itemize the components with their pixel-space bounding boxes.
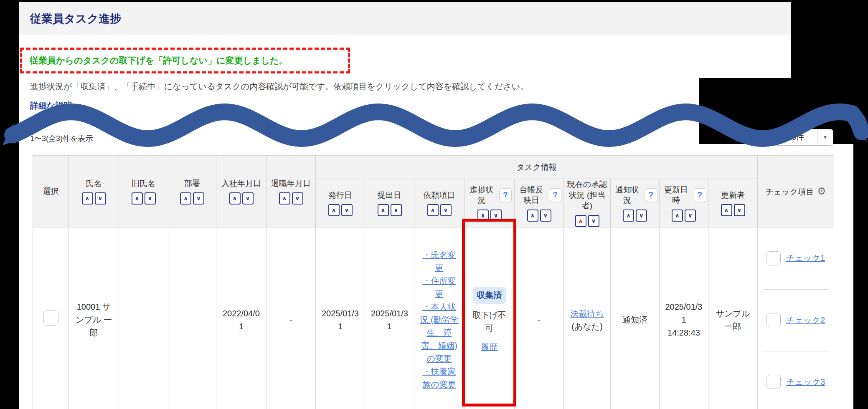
check-link[interactable]: チェック3 xyxy=(786,376,825,389)
sort-up-button[interactable]: ∧ xyxy=(180,192,191,204)
approval-status-link[interactable]: 決裁待ち xyxy=(570,309,604,318)
row-select-checkbox[interactable] xyxy=(43,311,58,326)
gear-icon[interactable]: ⚙ xyxy=(817,185,826,197)
chevron-down-icon: ∨ xyxy=(74,102,80,110)
check-checkbox[interactable] xyxy=(766,251,781,265)
sort-up-button[interactable]: ∧ xyxy=(328,204,340,216)
employee-task-table: 選択 氏名 ∧ ∨ 旧氏名 ∧ ∨ 部署 ∧ ∨ xyxy=(33,155,834,409)
check-link[interactable]: チェック2 xyxy=(786,314,825,327)
sort-down-button[interactable]: ∨ xyxy=(734,204,745,216)
column-header-retire-date: 退職年月日 ∧ ∨ xyxy=(266,156,316,227)
sort-down-button[interactable]: ∨ xyxy=(145,192,156,204)
check-item: チェック2 xyxy=(763,289,828,351)
sort-down-button[interactable]: ∨ xyxy=(685,210,696,222)
column-header-request-items: 依頼項目 ∧ ∨ xyxy=(414,179,464,227)
updated-time: 14:28:43 xyxy=(665,326,703,339)
per-page-label: 表示件数 xyxy=(734,134,766,144)
issue-date-cell: 2025/01/31 xyxy=(316,227,365,409)
check-checkbox[interactable] xyxy=(766,313,781,327)
hire-date-cell: 2022/04/01 xyxy=(216,227,266,409)
check-link[interactable]: チェック1 xyxy=(786,252,825,265)
employee-task-progress-page: { "colors": { "title_navy": "#1b2a7b", "… xyxy=(0,0,868,409)
sort-up-button[interactable]: ∧ xyxy=(477,210,489,222)
sort-up-button[interactable]: ∧ xyxy=(229,192,241,204)
history-link[interactable]: 履歴 xyxy=(481,341,498,353)
group-header-task-info: タスク情報 xyxy=(316,156,758,179)
request-item-link[interactable]: ・氏名変更 xyxy=(420,249,459,275)
ledger-date-cell: - xyxy=(515,227,564,409)
sort-down-button[interactable]: ∨ xyxy=(490,210,502,222)
sort-down-button[interactable]: ∨ xyxy=(540,210,551,222)
request-item-link[interactable]: ・扶養家族の変更 xyxy=(420,365,459,391)
check-item: チェック1 xyxy=(763,227,828,289)
help-icon[interactable]: ? xyxy=(645,188,657,202)
sort-up-button[interactable]: ∧ xyxy=(132,192,143,204)
sort-up-button[interactable]: ∧ xyxy=(279,192,290,204)
sort-down-button[interactable]: ∨ xyxy=(391,204,402,216)
column-header-department: 部署 ∧ ∨ xyxy=(168,156,216,227)
check-items-cell: チェック1 チェック2 チェック3 xyxy=(758,227,834,409)
approval-cell: 決裁待ち (あなた) xyxy=(564,227,611,409)
request-items-cell: ・氏名変更 ・住所変更 ・本人状況 (勤労学生、障害、婚姻) の変更 ・扶養家族… xyxy=(414,227,464,409)
check-checkbox[interactable] xyxy=(766,375,781,389)
column-header-approval-status: 現在の承認状況 (担当者) ∧ ∨ xyxy=(564,179,611,227)
updated-date: 2025/01/31 xyxy=(665,302,703,324)
column-header-old-name: 旧氏名 ∧ ∨ xyxy=(119,156,168,227)
updater-cell: サンプル 一郎 xyxy=(708,227,758,409)
column-header-updater: 更新者 ∧ ∨ xyxy=(708,179,758,227)
sort-down-button[interactable]: ∨ xyxy=(440,204,452,216)
column-header-updated-at: 更新日時 ? ∧ ∨ xyxy=(660,179,708,227)
notify-cell: 通知済 xyxy=(611,227,660,409)
sort-down-button[interactable]: ∨ xyxy=(95,192,106,204)
withdraw-note: 取下げ不可 xyxy=(470,309,509,335)
column-header-hire-date: 入社年月日 ∧ ∨ xyxy=(216,156,266,227)
request-item-link[interactable]: ・本人状況 (勤労学生、障害、婚姻) の変更 xyxy=(420,300,459,365)
page-title: 従業員タスク進捗 xyxy=(30,11,121,26)
check-item: チェック3 xyxy=(763,351,828,409)
sort-down-button[interactable]: ∨ xyxy=(242,192,254,204)
column-header-submit-date: 提出日 ∧ ∨ xyxy=(365,179,414,227)
sort-up-button[interactable]: ∧ xyxy=(623,210,634,222)
help-icon[interactable]: ? xyxy=(499,188,512,202)
column-header-ledger-date: 台帳反映日 ? ∧ ∨ xyxy=(515,179,564,227)
select-cell xyxy=(33,227,69,409)
sort-up-button[interactable]: ∧ xyxy=(527,210,538,222)
sort-up-button[interactable]: ∧ xyxy=(82,192,93,204)
flash-message-text: 従業員からのタスクの取下げを「許可しない」に変更しました。 xyxy=(30,55,287,66)
dropdown-arrow-icon: ▼ xyxy=(817,129,833,145)
request-item-link[interactable]: ・住所変更 xyxy=(420,275,459,300)
per-page-select[interactable]: 25件 ▼ xyxy=(774,129,833,146)
help-icon[interactable]: ? xyxy=(694,188,706,202)
title-band: 従業員タスク進捗 xyxy=(19,2,791,35)
flash-message-box: 従業員からのタスクの取下げを「許可しない」に変更しました。 xyxy=(20,48,350,73)
column-header-progress: 進捗状況 ? ∧ ∨ xyxy=(464,179,515,227)
sort-up-button[interactable]: ∧ xyxy=(672,210,683,222)
column-header-name: 氏名 ∧ ∨ xyxy=(69,156,119,227)
sort-down-button[interactable]: ∨ xyxy=(193,192,204,204)
column-header-check-items: チェック項目⚙ xyxy=(758,156,834,227)
per-page-value: 25件 xyxy=(774,129,817,145)
name-cell: 10001 サンプル 一郎 xyxy=(69,227,119,409)
sort-up-button-active[interactable]: ∧ xyxy=(575,215,586,227)
detail-explanation-link[interactable]: 詳細な説明∨ xyxy=(30,100,80,111)
help-icon[interactable]: ? xyxy=(549,188,561,202)
column-header-issue-date: 発行日 ∧ ∨ xyxy=(316,179,365,227)
sort-down-button[interactable]: ∨ xyxy=(636,210,647,222)
sort-up-button[interactable]: ∧ xyxy=(721,204,732,216)
department-cell xyxy=(168,227,216,409)
sort-up-button[interactable]: ∧ xyxy=(378,204,389,216)
updated-at-cell: 2025/01/31 14:28:43 xyxy=(660,227,708,409)
status-badge: 収集済 xyxy=(473,287,506,304)
retire-date-cell: - xyxy=(266,227,316,409)
sort-up-button[interactable]: ∧ xyxy=(427,204,439,216)
old-name-cell xyxy=(119,227,168,409)
column-header-select: 選択 xyxy=(33,156,69,227)
approval-assignee: (あなた) xyxy=(569,320,605,333)
sort-down-button[interactable]: ∨ xyxy=(341,204,353,216)
detail-link-label: 詳細な説明 xyxy=(30,101,72,110)
progress-cell: 収集済 取下げ不可 履歴 xyxy=(464,227,515,409)
submit-date-cell: 2025/01/31 xyxy=(365,227,414,409)
table-row: 10001 サンプル 一郎 2022/04/01 - 2025/01/31 20… xyxy=(33,227,834,409)
sort-down-button[interactable]: ∨ xyxy=(292,192,303,204)
sort-down-button[interactable]: ∨ xyxy=(588,215,599,227)
